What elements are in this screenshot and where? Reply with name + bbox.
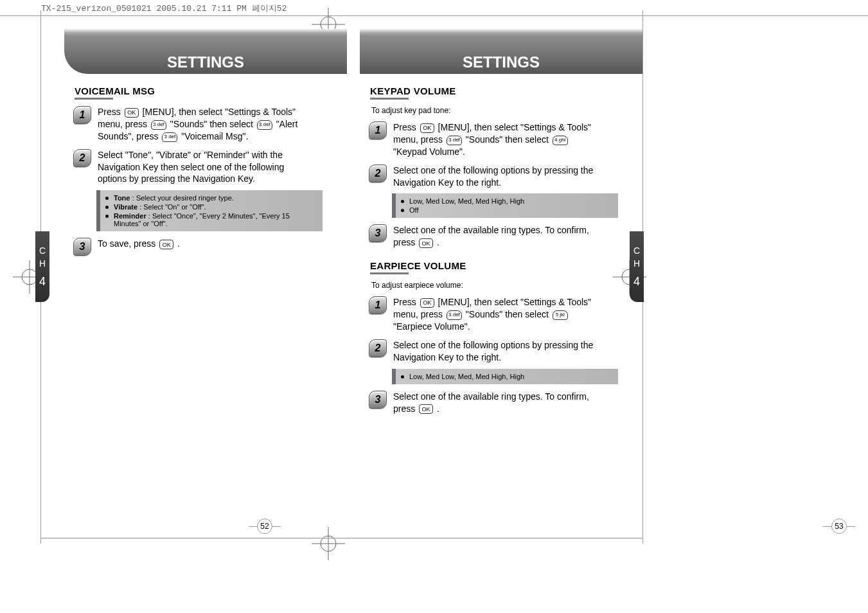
note-row: Tone : Select your desired ringer type. (105, 194, 317, 202)
instruction-step: 2Select one of the following options by … (369, 164, 642, 189)
step-text: Select one of the following options by p… (393, 164, 605, 189)
note-text: Vibrate : Select "On" or "Off". (114, 203, 317, 211)
ok-key-icon: OK (419, 238, 433, 248)
ok-key-icon: OK (159, 240, 173, 249)
note-box: Low, Med Low, Med, Med High, HighOff (392, 193, 618, 218)
page-header: SETTINGS (360, 29, 642, 74)
bullet-icon (105, 215, 109, 218)
note-row: Vibrate : Select "On" or "Off". (105, 203, 317, 211)
step-text: Select "Tone", "Vibrate" or "Reminder" w… (98, 149, 310, 186)
instruction-step: 1Press OK [MENU], then select "Settings … (73, 106, 347, 143)
note-text: Low, Med Low, Med, Med High, High (409, 197, 613, 205)
note-row: Low, Med Low, Med, Med High, High (401, 197, 613, 205)
bullet-icon (105, 206, 109, 209)
step-badge: 1 (369, 121, 387, 139)
note-row: Reminder : Select "Once", "Every 2 Minut… (105, 212, 317, 227)
numkey-icon: 3 def (447, 136, 462, 145)
note-box: Low, Med Low, Med, Med High, High (392, 369, 618, 384)
ok-key-icon: OK (419, 404, 433, 414)
step-badge: 2 (369, 164, 387, 182)
ok-key-icon: OK (420, 298, 434, 308)
step-text: Press OK [MENU], then select "Settings &… (393, 121, 605, 158)
numkey-icon: 4 ghi (553, 136, 568, 145)
note-text: Off (409, 206, 613, 214)
print-header: TX-215_verizon_0501021 2005.10.21 7:11 P… (0, 0, 868, 16)
numkey-icon: 3 def (257, 120, 272, 130)
instruction-step: 2Select one of the following options by … (369, 339, 642, 364)
instruction-step: 3Select one of the available ring types.… (369, 391, 642, 415)
note-row: Low, Med Low, Med, Med High, High (401, 373, 613, 380)
bullet-icon (401, 209, 404, 212)
section-title: VOICEMAIL MSG (75, 85, 347, 96)
note-text: Tone : Select your desired ringer type. (114, 194, 317, 202)
section-underline (370, 272, 409, 274)
section-intro: To adjust key pad tone: (371, 106, 642, 115)
note-box: Tone : Select your desired ringer type.V… (96, 190, 323, 231)
page-number: 53 (831, 519, 847, 534)
step-badge: 3 (369, 224, 387, 242)
step-text: Select one of the available ring types. … (393, 391, 605, 415)
numkey-icon: 3 def (162, 132, 177, 142)
section-title: EARPIECE VOLUME (370, 260, 642, 271)
step-badge: 2 (369, 339, 387, 357)
step-badge: 2 (73, 149, 91, 167)
numkey-icon: 5 jkl (553, 310, 568, 320)
step-text: Press OK [MENU], then select "Settings &… (393, 296, 605, 333)
instruction-step: 2Select "Tone", "Vibrate" or "Reminder" … (73, 149, 347, 186)
step-badge: 3 (73, 238, 91, 256)
step-text: Select one of the available ring types. … (393, 224, 605, 249)
page-number: 52 (257, 519, 272, 534)
section-underline (75, 98, 113, 100)
bullet-icon (105, 197, 109, 200)
page-right: SETTINGS KEYPAD VOLUMETo adjust key pad … (360, 16, 642, 613)
note-text: Reminder : Select "Once", "Every 2 Minut… (114, 212, 317, 227)
step-text: Press OK [MENU], then select "Settings &… (98, 106, 310, 143)
section-intro: To adjust earpiece volume: (371, 281, 642, 290)
section-underline (370, 98, 409, 100)
step-badge: 1 (369, 296, 387, 314)
bullet-icon (401, 375, 404, 378)
instruction-step: 1Press OK [MENU], then select "Settings … (369, 296, 642, 333)
instruction-step: 3Select one of the available ring types.… (369, 224, 642, 249)
section-title: KEYPAD VOLUME (370, 85, 642, 96)
note-row: Off (401, 206, 613, 214)
instruction-step: 1Press OK [MENU], then select "Settings … (369, 121, 642, 158)
step-text: To save, press OK . (98, 238, 180, 250)
step-badge: 1 (73, 106, 91, 124)
note-text: Low, Med Low, Med, Med High, High (409, 373, 613, 380)
chapter-tab-left: C H 4 (35, 231, 49, 302)
ok-key-icon: OK (420, 123, 434, 133)
step-badge: 3 (369, 391, 387, 409)
numkey-icon: 3 def (151, 120, 166, 130)
page-left: SETTINGS VOICEMAIL MSG 1Press OK [MENU],… (64, 16, 347, 613)
instruction-step: 3To save, press OK . (73, 238, 347, 256)
page-header: SETTINGS (64, 29, 347, 74)
bullet-icon (401, 200, 404, 203)
ok-key-icon: OK (125, 108, 139, 118)
step-text: Select one of the following options by p… (393, 339, 605, 364)
numkey-icon: 3 def (447, 310, 462, 320)
